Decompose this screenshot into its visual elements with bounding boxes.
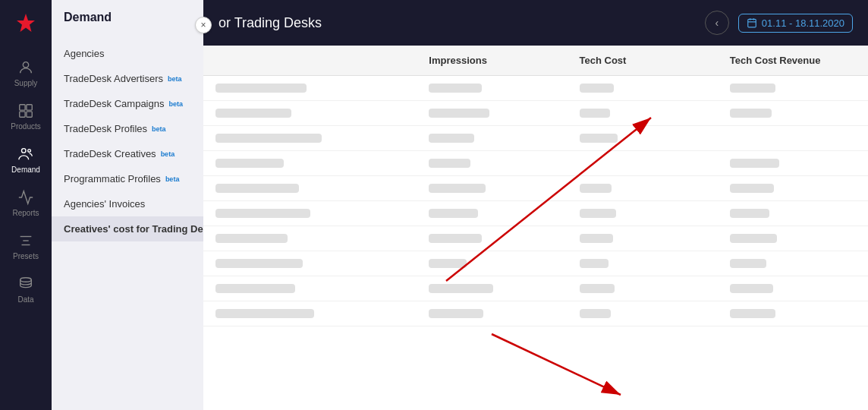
sidebar-menu: Agencies TradeDesk Advertisers beta Trad… — [52, 35, 203, 248]
beta-badge-tradedesk-campaigns: beta — [168, 100, 183, 108]
calendar-icon — [747, 17, 757, 28]
sidebar-item-agencies-invoices[interactable]: Agencies' Invoices — [52, 191, 203, 216]
col-header-name — [203, 55, 417, 66]
nav-item-products[interactable]: Products — [0, 95, 52, 138]
beta-badge-tradedesk-creatives: beta — [161, 150, 175, 158]
svg-rect-3 — [20, 112, 25, 117]
svg-point-5 — [22, 149, 27, 153]
nav-item-supply[interactable]: Supply — [0, 52, 52, 95]
sidebar-header: Demand — [52, 0, 203, 35]
content-wrapper: or Trading Desks ‹ 01.11 - 18.11.2020 Im… — [203, 0, 868, 410]
sidebar-programmatic-profiles-label: Programmatic Profiles — [64, 173, 161, 184]
table-row[interactable] — [203, 276, 868, 301]
table-row[interactable] — [203, 176, 868, 201]
nav-demand-label: Demand — [11, 166, 40, 174]
date-range-picker[interactable]: 01.11 - 18.11.2020 — [738, 14, 853, 33]
svg-point-10 — [20, 278, 32, 282]
sidebar-tradedesk-advertisers-label: TradeDesk Advertisers — [64, 73, 163, 84]
sidebar-item-tradedesk-creatives[interactable]: TradeDesk Creatives beta — [52, 141, 203, 166]
svg-point-6 — [28, 150, 31, 153]
main-area: Impressions Tech Cost Tech Cost Revenue — [203, 46, 868, 410]
col-header-impressions: Impressions — [417, 55, 567, 66]
table-row[interactable] — [203, 151, 868, 176]
beta-badge-programmatic-profiles: beta — [165, 175, 180, 183]
nav-item-demand[interactable]: Demand — [0, 138, 52, 181]
nav-products-label: Products — [11, 122, 40, 131]
nav-item-presets[interactable]: Presets — [0, 225, 52, 268]
nav-supply-label: Supply — [14, 79, 38, 87]
svg-rect-1 — [20, 105, 25, 110]
sidebar-creatives-cost-label: Creatives' cost for Trading Desks — [64, 223, 203, 235]
sidebar-close-button[interactable]: × — [195, 17, 212, 33]
table-row[interactable] — [203, 201, 868, 226]
sidebar-agencies-invoices-label: Agencies' Invoices — [64, 198, 145, 210]
table-row[interactable] — [203, 226, 868, 251]
nav-item-data[interactable]: Data — [0, 268, 52, 311]
nav-back-button[interactable]: ‹ — [705, 11, 729, 35]
nav-item-reports[interactable]: Reports — [0, 181, 52, 225]
sidebar-tradedesk-creatives-label: TradeDesk Creatives — [64, 148, 156, 159]
svg-rect-4 — [27, 112, 32, 117]
sidebar-title: Demand — [64, 11, 112, 24]
table-container[interactable]: Impressions Tech Cost Tech Cost Revenue — [203, 46, 868, 410]
page-title: or Trading Desks — [219, 15, 322, 31]
sidebar-item-tradedesk-advertisers[interactable]: TradeDesk Advertisers beta — [52, 66, 203, 91]
sidebar-tradedesk-campaigns-label: TradeDesk Campaigns — [64, 98, 164, 109]
svg-rect-11 — [748, 19, 756, 27]
nav-data-label: Data — [17, 295, 33, 304]
beta-badge-tradedesk-advertisers: beta — [168, 75, 182, 83]
header-right: ‹ 01.11 - 18.11.2020 — [705, 11, 853, 35]
sidebar-tradedesk-profiles-label: TradeDesk Profiles — [64, 123, 147, 134]
sidebar-item-tradedesk-profiles[interactable]: TradeDesk Profiles beta — [52, 116, 203, 141]
sidebar-item-programmatic-profiles[interactable]: Programmatic Profiles beta — [52, 166, 203, 191]
table-row[interactable] — [203, 251, 868, 276]
nav-bar: Supply Products Demand Reports Presets D… — [0, 0, 52, 410]
sidebar-agencies-label: Agencies — [64, 48, 104, 59]
table-row[interactable] — [203, 301, 868, 326]
nav-presets-label: Presets — [13, 252, 39, 260]
svg-rect-2 — [27, 105, 32, 110]
table-row[interactable] — [203, 101, 868, 126]
nav-logo — [12, 9, 39, 36]
sidebar: Demand × Agencies TradeDesk Advertisers … — [52, 0, 203, 410]
table-header: Impressions Tech Cost Tech Cost Revenue — [203, 46, 868, 76]
nav-reports-label: Reports — [12, 209, 39, 217]
sidebar-item-tradedesk-campaigns[interactable]: TradeDesk Campaigns beta — [52, 91, 203, 116]
beta-badge-tradedesk-profiles: beta — [152, 125, 166, 133]
date-range-label: 01.11 - 18.11.2020 — [762, 17, 844, 29]
svg-point-0 — [23, 62, 28, 68]
table-row[interactable] — [203, 126, 868, 151]
col-header-tech-cost-revenue: Tech Cost Revenue — [718, 55, 868, 66]
sidebar-item-creatives-cost[interactable]: Creatives' cost for Trading Desks beta — [52, 216, 203, 241]
table-row[interactable] — [203, 76, 868, 101]
col-header-tech-cost: Tech Cost — [568, 55, 718, 66]
sidebar-item-agencies[interactable]: Agencies — [52, 41, 203, 66]
header: or Trading Desks ‹ 01.11 - 18.11.2020 — [203, 0, 868, 46]
